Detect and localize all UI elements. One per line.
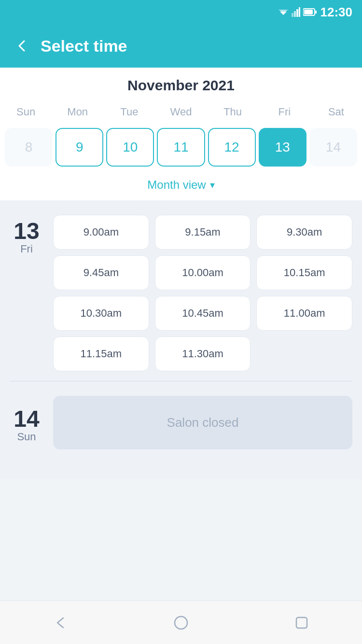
- date-13[interactable]: 13: [259, 128, 306, 167]
- day-name-sun: Sun: [17, 431, 36, 443]
- weekday-fri: Fri: [259, 103, 310, 121]
- weekday-mon: Mon: [52, 103, 103, 121]
- day-block-14: 14 Sun Salon closed: [10, 396, 352, 449]
- svg-rect-5: [299, 7, 300, 17]
- svg-rect-10: [296, 617, 307, 628]
- weekday-thu: Thu: [207, 103, 259, 121]
- time-slot-1115[interactable]: 11.15am: [53, 336, 149, 371]
- wifi-icon: [278, 8, 289, 16]
- month-view-label: Month view: [147, 178, 206, 192]
- month-view-toggle[interactable]: Month view ▾: [0, 171, 362, 200]
- nav-home-button[interactable]: [171, 613, 191, 632]
- dates-row: 8 9 10 11 12 13 14: [0, 126, 362, 171]
- signal-icon: [292, 7, 300, 17]
- svg-rect-7: [315, 11, 317, 14]
- time-section: 13 Fri 9.00am 9.15am 9.30am 9.45am 10.00…: [0, 200, 362, 478]
- back-nav-icon: [53, 615, 68, 630]
- date-10[interactable]: 10: [106, 128, 154, 167]
- status-time: 12:30: [320, 5, 353, 20]
- time-slot-1015[interactable]: 10.15am: [256, 255, 352, 290]
- time-slot-1045[interactable]: 10.45am: [155, 296, 251, 331]
- battery-icon: [303, 8, 317, 16]
- calendar-section: November 2021 Sun Mon Tue Wed Thu Fri Sa…: [0, 68, 362, 200]
- day-name-fri: Fri: [20, 243, 33, 255]
- svg-marker-1: [278, 10, 288, 13]
- date-8[interactable]: 8: [5, 128, 53, 167]
- date-14[interactable]: 14: [309, 128, 357, 167]
- page-title: Select time: [41, 37, 127, 56]
- time-slot-900[interactable]: 9.00am: [53, 215, 149, 250]
- date-11[interactable]: 11: [157, 128, 205, 167]
- nav-recents-button[interactable]: [292, 613, 311, 632]
- bottom-nav: [0, 601, 362, 644]
- day-number-14: 14: [14, 407, 39, 431]
- weekday-sun: Sun: [0, 103, 52, 121]
- svg-rect-4: [296, 9, 298, 17]
- date-12[interactable]: 12: [208, 128, 256, 167]
- svg-point-9: [175, 616, 187, 629]
- time-slot-945[interactable]: 9.45am: [53, 255, 149, 290]
- time-slots-fri: 9.00am 9.15am 9.30am 9.45am 10.00am 10.1…: [53, 215, 352, 371]
- day-number-13: 13: [14, 220, 39, 243]
- app-bar: Select time: [0, 24, 362, 68]
- salon-closed-message: Salon closed: [53, 396, 352, 449]
- recents-nav-icon: [294, 615, 309, 630]
- svg-rect-8: [304, 10, 313, 14]
- day-label-14: 14 Sun: [10, 403, 43, 443]
- time-slot-1100[interactable]: 11.00am: [256, 296, 352, 331]
- day-label-13: 13 Fri: [10, 215, 43, 255]
- day-block-13: 13 Fri 9.00am 9.15am 9.30am 9.45am 10.00…: [10, 215, 352, 371]
- svg-rect-3: [294, 11, 296, 17]
- weekday-sat: Sat: [310, 103, 362, 121]
- status-icons: [278, 7, 317, 17]
- weekday-wed: Wed: [155, 103, 207, 121]
- chevron-down-icon: ▾: [210, 179, 215, 191]
- time-slot-1130[interactable]: 11.30am: [155, 336, 251, 371]
- time-slot-1030[interactable]: 10.30am: [53, 296, 149, 331]
- back-button[interactable]: [14, 39, 29, 53]
- time-slot-1000[interactable]: 10.00am: [155, 255, 251, 290]
- time-slot-930[interactable]: 9.30am: [256, 215, 352, 250]
- home-nav-icon: [173, 615, 189, 630]
- weekday-row: Sun Mon Tue Wed Thu Fri Sat: [0, 103, 362, 121]
- nav-back-button[interactable]: [51, 613, 70, 632]
- svg-rect-2: [292, 13, 293, 17]
- date-9[interactable]: 9: [56, 128, 103, 167]
- month-year-label: November 2021: [0, 77, 362, 94]
- weekday-tue: Tue: [103, 103, 155, 121]
- status-bar: 12:30: [0, 0, 362, 24]
- time-slot-915[interactable]: 9.15am: [155, 215, 251, 250]
- section-divider: [10, 381, 352, 381]
